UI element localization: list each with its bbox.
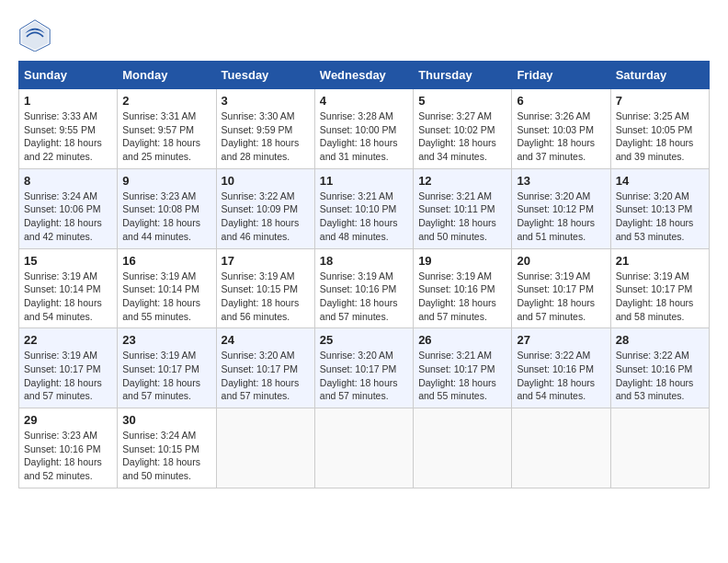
day-info: Sunrise: 3:19 AMSunset: 10:17 PMDaylight… — [24, 349, 112, 403]
day-number: 13 — [517, 174, 605, 188]
weekday-header-thursday: Thursday — [414, 62, 512, 89]
day-number: 23 — [122, 333, 210, 347]
day-info: Sunrise: 3:19 AMSunset: 10:16 PMDaylight… — [418, 270, 506, 324]
day-number: 17 — [222, 254, 310, 268]
logo — [18, 18, 55, 52]
calendar-cell: 2 Sunrise: 3:31 AMSunset: 9:57 PMDayligh… — [118, 89, 216, 169]
day-info: Sunrise: 3:20 AMSunset: 10:12 PMDaylight… — [517, 190, 605, 244]
page-header — [18, 18, 710, 52]
day-number: 3 — [222, 94, 310, 108]
weekday-row: SundayMondayTuesdayWednesdayThursdayFrid… — [19, 62, 710, 89]
calendar-cell — [512, 408, 610, 488]
day-info: Sunrise: 3:19 AMSunset: 10:17 PMDaylight… — [122, 349, 210, 403]
day-number: 7 — [616, 94, 704, 108]
calendar-cell: 7 Sunrise: 3:25 AMSunset: 10:05 PMDaylig… — [610, 89, 709, 169]
calendar-cell: 21 Sunrise: 3:19 AMSunset: 10:17 PMDayli… — [610, 248, 709, 328]
calendar-cell: 8 Sunrise: 3:24 AMSunset: 10:06 PMDaylig… — [19, 168, 118, 248]
day-info: Sunrise: 3:22 AMSunset: 10:16 PMDaylight… — [616, 349, 704, 403]
day-info: Sunrise: 3:19 AMSunset: 10:16 PMDaylight… — [320, 270, 408, 324]
calendar-cell: 13 Sunrise: 3:20 AMSunset: 10:12 PMDayli… — [512, 168, 610, 248]
day-info: Sunrise: 3:20 AMSunset: 10:17 PMDaylight… — [222, 349, 310, 403]
weekday-header-monday: Monday — [118, 62, 216, 89]
weekday-header-wednesday: Wednesday — [314, 62, 413, 89]
calendar-header: SundayMondayTuesdayWednesdayThursdayFrid… — [19, 62, 710, 89]
day-info: Sunrise: 3:19 AMSunset: 10:17 PMDaylight… — [517, 270, 605, 324]
calendar-cell — [216, 408, 314, 488]
calendar-cell — [314, 408, 413, 488]
calendar-cell: 25 Sunrise: 3:20 AMSunset: 10:17 PMDayli… — [314, 328, 413, 408]
day-info: Sunrise: 3:26 AMSunset: 10:03 PMDaylight… — [517, 109, 605, 164]
day-number: 25 — [320, 333, 408, 347]
day-number: 30 — [122, 413, 210, 427]
day-info: Sunrise: 3:30 AMSunset: 9:59 PMDaylight:… — [222, 109, 310, 164]
calendar-week-2: 8 Sunrise: 3:24 AMSunset: 10:06 PMDaylig… — [19, 168, 710, 248]
calendar-cell: 9 Sunrise: 3:23 AMSunset: 10:08 PMDaylig… — [118, 168, 216, 248]
day-info: Sunrise: 3:19 AMSunset: 10:17 PMDaylight… — [616, 270, 704, 324]
day-number: 1 — [24, 94, 112, 108]
calendar-cell: 11 Sunrise: 3:21 AMSunset: 10:10 PMDayli… — [314, 168, 413, 248]
day-number: 6 — [517, 94, 605, 108]
calendar-cell: 10 Sunrise: 3:22 AMSunset: 10:09 PMDayli… — [216, 168, 314, 248]
day-number: 12 — [418, 174, 506, 188]
calendar-cell: 16 Sunrise: 3:19 AMSunset: 10:14 PMDayli… — [118, 248, 216, 328]
weekday-header-saturday: Saturday — [610, 62, 709, 89]
day-info: Sunrise: 3:19 AMSunset: 10:15 PMDaylight… — [222, 270, 310, 324]
day-number: 27 — [517, 333, 605, 347]
day-info: Sunrise: 3:28 AMSunset: 10:00 PMDaylight… — [320, 109, 408, 164]
calendar-week-5: 29 Sunrise: 3:23 AMSunset: 10:16 PMDayli… — [19, 408, 710, 488]
calendar-body: 1 Sunrise: 3:33 AMSunset: 9:55 PMDayligh… — [19, 89, 710, 488]
day-number: 8 — [24, 174, 112, 188]
calendar-cell: 1 Sunrise: 3:33 AMSunset: 9:55 PMDayligh… — [19, 89, 118, 169]
day-info: Sunrise: 3:24 AMSunset: 10:06 PMDaylight… — [24, 190, 112, 244]
day-info: Sunrise: 3:21 AMSunset: 10:11 PMDaylight… — [418, 190, 506, 244]
calendar-cell: 30 Sunrise: 3:24 AMSunset: 10:15 PMDayli… — [118, 408, 216, 488]
day-info: Sunrise: 3:21 AMSunset: 10:17 PMDaylight… — [418, 349, 506, 403]
day-info: Sunrise: 3:31 AMSunset: 9:57 PMDaylight:… — [122, 109, 210, 164]
day-number: 10 — [222, 174, 310, 188]
day-number: 9 — [122, 174, 210, 188]
day-number: 15 — [24, 254, 112, 268]
calendar-cell: 27 Sunrise: 3:22 AMSunset: 10:16 PMDayli… — [512, 328, 610, 408]
day-info: Sunrise: 3:19 AMSunset: 10:14 PMDaylight… — [24, 270, 112, 324]
day-number: 4 — [320, 94, 408, 108]
day-number: 26 — [418, 333, 506, 347]
day-info: Sunrise: 3:22 AMSunset: 10:09 PMDaylight… — [222, 190, 310, 244]
calendar-week-1: 1 Sunrise: 3:33 AMSunset: 9:55 PMDayligh… — [19, 89, 710, 169]
calendar-cell: 23 Sunrise: 3:19 AMSunset: 10:17 PMDayli… — [118, 328, 216, 408]
calendar-cell: 20 Sunrise: 3:19 AMSunset: 10:17 PMDayli… — [512, 248, 610, 328]
day-info: Sunrise: 3:19 AMSunset: 10:14 PMDaylight… — [122, 270, 210, 324]
day-info: Sunrise: 3:21 AMSunset: 10:10 PMDaylight… — [320, 190, 408, 244]
day-info: Sunrise: 3:23 AMSunset: 10:16 PMDaylight… — [24, 429, 112, 483]
day-info: Sunrise: 3:22 AMSunset: 10:16 PMDaylight… — [517, 349, 605, 403]
calendar-cell: 3 Sunrise: 3:30 AMSunset: 9:59 PMDayligh… — [216, 89, 314, 169]
calendar-cell — [414, 408, 512, 488]
calendar-cell: 26 Sunrise: 3:21 AMSunset: 10:17 PMDayli… — [414, 328, 512, 408]
weekday-header-friday: Friday — [512, 62, 610, 89]
day-number: 16 — [122, 254, 210, 268]
calendar-table: SundayMondayTuesdayWednesdayThursdayFrid… — [18, 61, 710, 488]
day-number: 18 — [320, 254, 408, 268]
day-info: Sunrise: 3:20 AMSunset: 10:13 PMDaylight… — [616, 190, 704, 244]
day-number: 5 — [418, 94, 506, 108]
day-number: 19 — [418, 254, 506, 268]
day-info: Sunrise: 3:25 AMSunset: 10:05 PMDaylight… — [616, 109, 704, 164]
calendar-cell: 24 Sunrise: 3:20 AMSunset: 10:17 PMDayli… — [216, 328, 314, 408]
day-number: 11 — [320, 174, 408, 188]
calendar-cell: 4 Sunrise: 3:28 AMSunset: 10:00 PMDaylig… — [314, 89, 413, 169]
day-number: 22 — [24, 333, 112, 347]
day-info: Sunrise: 3:20 AMSunset: 10:17 PMDaylight… — [320, 349, 408, 403]
day-number: 28 — [616, 333, 704, 347]
day-number: 29 — [24, 413, 112, 427]
calendar-cell: 12 Sunrise: 3:21 AMSunset: 10:11 PMDayli… — [414, 168, 512, 248]
calendar-cell: 28 Sunrise: 3:22 AMSunset: 10:16 PMDayli… — [610, 328, 709, 408]
calendar-cell: 5 Sunrise: 3:27 AMSunset: 10:02 PMDaylig… — [414, 89, 512, 169]
day-info: Sunrise: 3:27 AMSunset: 10:02 PMDaylight… — [418, 109, 506, 164]
day-number: 2 — [122, 94, 210, 108]
calendar-week-4: 22 Sunrise: 3:19 AMSunset: 10:17 PMDayli… — [19, 328, 710, 408]
calendar-cell: 19 Sunrise: 3:19 AMSunset: 10:16 PMDayli… — [414, 248, 512, 328]
day-info: Sunrise: 3:33 AMSunset: 9:55 PMDaylight:… — [24, 109, 112, 164]
calendar-cell: 17 Sunrise: 3:19 AMSunset: 10:15 PMDayli… — [216, 248, 314, 328]
day-number: 20 — [517, 254, 605, 268]
day-number: 24 — [222, 333, 310, 347]
weekday-header-tuesday: Tuesday — [216, 62, 314, 89]
